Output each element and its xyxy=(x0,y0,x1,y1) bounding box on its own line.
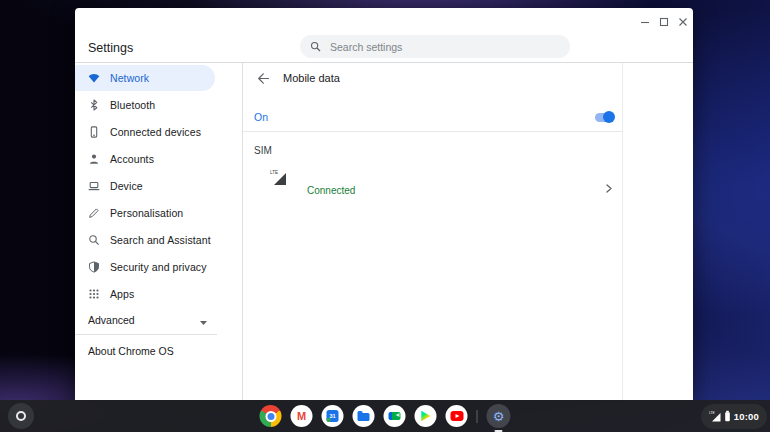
shelf-app-row: M 31 xyxy=(260,400,511,432)
network-status-text: Connected xyxy=(307,185,355,196)
toggle-state-label: On xyxy=(254,111,268,123)
sidebar-item-label: Connected devices xyxy=(110,126,201,138)
chrome-icon xyxy=(260,405,282,427)
content-divider xyxy=(243,131,622,132)
sidebar-item-label: Personalisation xyxy=(110,207,183,219)
back-arrow-icon[interactable] xyxy=(256,71,270,85)
pencil-icon xyxy=(88,207,100,219)
sidebar-item-security-privacy[interactable]: Security and privacy xyxy=(75,254,242,280)
maximize-button[interactable] xyxy=(659,17,669,27)
desktop-wallpaper: Settings Network Bluetooth xyxy=(0,0,770,432)
wifi-icon xyxy=(88,72,100,84)
sidebar-item-label: Device xyxy=(110,180,143,192)
window-controls xyxy=(640,17,688,27)
settings-gear-icon: ⚙ xyxy=(487,404,511,428)
mobile-data-header: Mobile data xyxy=(243,63,622,93)
launcher-button[interactable] xyxy=(8,403,34,429)
meet-camera-icon xyxy=(384,405,406,427)
subpage-title: Mobile data xyxy=(283,72,340,84)
minimize-button[interactable] xyxy=(640,17,650,27)
chevron-down-icon xyxy=(200,311,207,329)
svg-text:LTE: LTE xyxy=(709,411,715,415)
sidebar-item-personalisation[interactable]: Personalisation xyxy=(75,200,242,226)
sidebar-item-label: Network xyxy=(110,72,149,84)
shelf-item-files[interactable] xyxy=(353,400,375,432)
apps-grid-icon xyxy=(88,288,100,300)
shelf: M 31 xyxy=(0,400,770,432)
sidebar-advanced-toggle[interactable]: Advanced xyxy=(75,307,215,333)
shelf-item-settings-active[interactable]: ⚙ xyxy=(487,400,511,432)
sidebar-item-label: Accounts xyxy=(110,153,154,165)
play-store-icon xyxy=(415,405,437,427)
shelf-item-youtube[interactable] xyxy=(446,400,468,432)
clock-time: 10:00 xyxy=(734,411,759,422)
sidebar-item-bluetooth[interactable]: Bluetooth xyxy=(75,92,242,118)
shelf-item-chrome[interactable] xyxy=(260,400,282,432)
phone-icon xyxy=(88,126,100,138)
tray-cellular-lte-icon: LTE xyxy=(709,408,721,426)
sidebar-item-search-assistant[interactable]: Search and Assistant xyxy=(75,227,242,253)
shelf-separator xyxy=(477,410,478,423)
sidebar-item-connected-devices[interactable]: Connected devices xyxy=(75,119,242,145)
about-label: About Chrome OS xyxy=(88,345,174,357)
sidebar-item-accounts[interactable]: Accounts xyxy=(75,146,242,172)
cellular-lte-signal-icon: LTE xyxy=(270,169,287,190)
system-tray[interactable]: LTE 10:00 xyxy=(701,404,767,429)
advanced-label: Advanced xyxy=(88,314,135,326)
sidebar-item-label: Security and privacy xyxy=(110,261,207,273)
sim-network-row[interactable]: LTE Connected xyxy=(243,163,622,205)
shield-icon xyxy=(88,261,100,273)
battery-icon xyxy=(724,408,731,426)
sidebar-item-label: Apps xyxy=(110,288,134,300)
search-icon xyxy=(88,234,100,246)
youtube-icon xyxy=(446,405,468,427)
sidebar-item-apps[interactable]: Apps xyxy=(75,281,242,307)
toggle-thumb xyxy=(603,111,615,123)
person-icon xyxy=(88,153,100,165)
calendar-icon: 31 xyxy=(322,405,344,427)
sidebar-item-about-chrome-os[interactable]: About Chrome OS xyxy=(75,338,215,364)
sidebar-divider xyxy=(75,334,217,335)
sim-section-heading: SIM xyxy=(254,145,272,156)
search-icon xyxy=(310,38,321,56)
sidebar-item-label: Bluetooth xyxy=(110,99,155,111)
settings-window: Settings Network Bluetooth xyxy=(75,8,693,400)
mobile-data-toggle-row: On xyxy=(243,103,622,131)
laptop-icon xyxy=(88,180,100,192)
bluetooth-icon xyxy=(88,99,100,111)
shelf-item-gmail[interactable]: M xyxy=(291,400,313,432)
chevron-right-icon xyxy=(606,179,612,197)
settings-search-bar[interactable] xyxy=(300,35,570,58)
shelf-item-calendar[interactable]: 31 xyxy=(322,400,344,432)
page-title: Settings xyxy=(88,41,133,55)
search-input[interactable] xyxy=(330,41,560,53)
mobile-data-panel: Mobile data On SIM LTE Connected xyxy=(242,63,623,400)
sidebar-item-device[interactable]: Device xyxy=(75,173,242,199)
files-folder-icon xyxy=(353,405,375,427)
sidebar-item-network[interactable]: Network xyxy=(75,65,215,91)
mobile-data-toggle[interactable] xyxy=(595,113,614,122)
lte-badge-text: LTE xyxy=(270,170,278,175)
launcher-icon xyxy=(16,411,26,421)
sidebar-item-label: Search and Assistant xyxy=(110,234,211,246)
gmail-icon: M xyxy=(291,405,313,427)
settings-sidebar: Network Bluetooth Connected devices Acco… xyxy=(75,63,242,400)
shelf-item-play-store[interactable] xyxy=(415,400,437,432)
close-button[interactable] xyxy=(678,17,688,27)
shelf-item-meet[interactable] xyxy=(384,400,406,432)
